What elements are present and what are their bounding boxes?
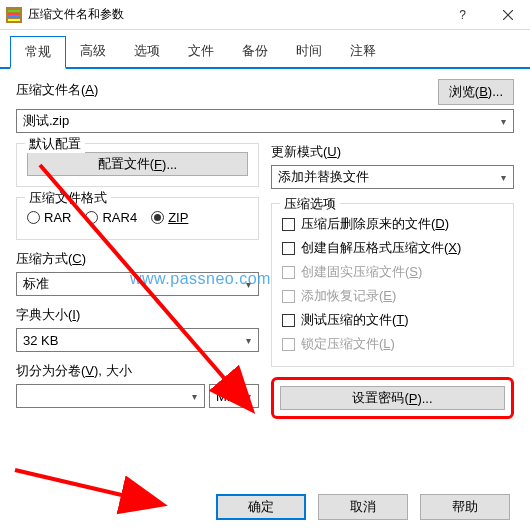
help-button-footer[interactable]: 帮助 (420, 494, 510, 520)
radio-icon (151, 211, 164, 224)
archive-name-label: 压缩文件名(A) (16, 81, 98, 99)
checkbox-icon (282, 338, 295, 351)
chevron-down-icon: ▾ (238, 273, 258, 295)
method-value: 标准 (23, 275, 49, 293)
chevron-down-icon: ▾ (493, 166, 513, 188)
help-button[interactable]: ? (440, 0, 485, 30)
app-icon (6, 7, 22, 23)
split-label: 切分为分卷(V), 大小 (16, 362, 259, 380)
archive-name-value: 测试.zip (23, 112, 69, 130)
radio-icon (85, 211, 98, 224)
tab-time[interactable]: 时间 (282, 36, 336, 67)
close-button[interactable] (485, 0, 530, 30)
archive-name-input[interactable]: 测试.zip ▾ (16, 109, 514, 133)
tab-files[interactable]: 文件 (174, 36, 228, 67)
split-size-input[interactable]: ▾ (16, 384, 205, 408)
radio-rar4[interactable]: RAR4 (85, 210, 137, 225)
checkbox-icon (282, 242, 295, 255)
right-column: 更新模式(U) 添加并替换文件 ▾ 压缩选项 压缩后删除原来的文件(D) 创建自… (271, 143, 514, 419)
split-unit-value: MB (216, 389, 236, 404)
browse-button[interactable]: 浏览(B)... (438, 79, 514, 105)
checkbox-icon (282, 266, 295, 279)
tab-advanced[interactable]: 高级 (66, 36, 120, 67)
svg-rect-4 (8, 19, 20, 21)
dict-select[interactable]: 32 KB ▾ (16, 328, 259, 352)
opt-delete[interactable]: 压缩后删除原来的文件(D) (282, 212, 503, 236)
checkbox-icon (282, 218, 295, 231)
close-icon (503, 10, 513, 20)
opt-sfx[interactable]: 创建自解压格式压缩文件(X) (282, 236, 503, 260)
checkbox-icon (282, 290, 295, 303)
method-select[interactable]: 标准 ▾ (16, 272, 259, 296)
svg-rect-3 (8, 16, 20, 18)
tab-comment[interactable]: 注释 (336, 36, 390, 67)
window-title: 压缩文件名和参数 (28, 6, 440, 23)
chevron-down-icon: ▾ (238, 329, 258, 351)
opt-test[interactable]: 测试压缩的文件(T) (282, 308, 503, 332)
split-unit-select[interactable]: MB ▾ (209, 384, 259, 408)
dict-value: 32 KB (23, 333, 58, 348)
svg-rect-2 (8, 13, 20, 15)
profile-fieldset: 默认配置 配置文件(F)... (16, 143, 259, 187)
svg-rect-1 (8, 10, 20, 12)
chevron-down-icon: ▾ (238, 385, 258, 407)
update-mode-select[interactable]: 添加并替换文件 ▾ (271, 165, 514, 189)
profile-legend: 默认配置 (25, 135, 85, 153)
ok-button[interactable]: 确定 (216, 494, 306, 520)
set-password-button[interactable]: 设置密码(P)... (280, 386, 505, 410)
tab-options[interactable]: 选项 (120, 36, 174, 67)
tab-backup[interactable]: 备份 (228, 36, 282, 67)
format-fieldset: 压缩文件格式 RAR RAR4 ZIP (16, 197, 259, 240)
format-legend: 压缩文件格式 (25, 189, 111, 207)
chevron-down-icon: ▾ (184, 385, 204, 407)
dialog-footer: 确定 取消 帮助 (0, 494, 530, 520)
checkbox-icon (282, 314, 295, 327)
update-mode-label: 更新模式(U) (271, 143, 514, 161)
cancel-button[interactable]: 取消 (318, 494, 408, 520)
password-highlight: 设置密码(P)... (271, 377, 514, 419)
tab-bar: 常规 高级 选项 文件 备份 时间 注释 (0, 30, 530, 69)
radio-zip[interactable]: ZIP (151, 210, 188, 225)
opt-recovery: 添加恢复记录(E) (282, 284, 503, 308)
left-column: 默认配置 配置文件(F)... 压缩文件格式 RAR RAR4 (16, 143, 259, 419)
update-mode-value: 添加并替换文件 (278, 168, 369, 186)
radio-icon (27, 211, 40, 224)
opt-solid: 创建固实压缩文件(S) (282, 260, 503, 284)
options-legend: 压缩选项 (280, 195, 340, 213)
profile-button[interactable]: 配置文件(F)... (27, 152, 248, 176)
options-fieldset: 压缩选项 压缩后删除原来的文件(D) 创建自解压格式压缩文件(X) 创建固实压缩… (271, 203, 514, 367)
opt-lock: 锁定压缩文件(L) (282, 332, 503, 356)
radio-rar[interactable]: RAR (27, 210, 71, 225)
method-label: 压缩方式(C) (16, 250, 259, 268)
tab-content: 压缩文件名(A) 浏览(B)... 测试.zip ▾ 默认配置 配置文件(F).… (0, 69, 530, 429)
title-bar: 压缩文件名和参数 ? (0, 0, 530, 30)
chevron-down-icon: ▾ (493, 110, 513, 132)
dict-label: 字典大小(I) (16, 306, 259, 324)
tab-general[interactable]: 常规 (10, 36, 66, 69)
